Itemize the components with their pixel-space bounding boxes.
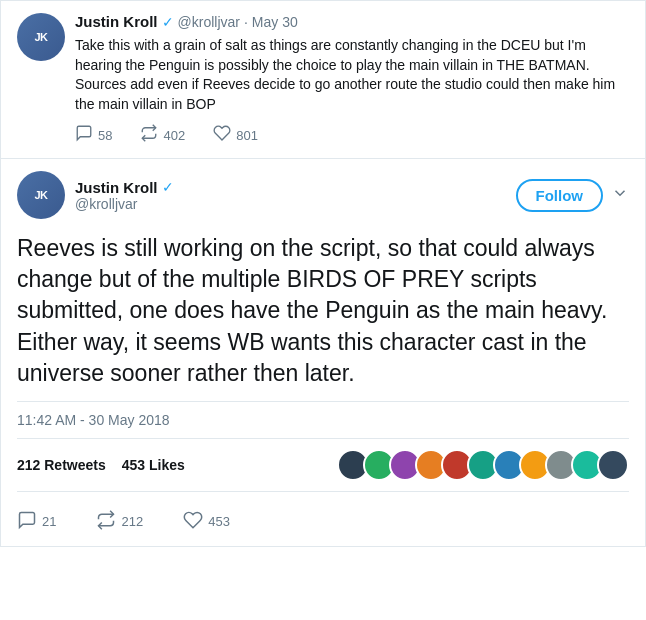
retweet-icon-2	[96, 510, 116, 534]
author-name-2: Justin Kroll	[75, 179, 158, 196]
verified-icon: ✓	[162, 14, 174, 30]
retweets-number: 212	[17, 457, 40, 473]
twitter-thread: JK Justin Kroll ✓ @krolljvar · May 30 Ta…	[0, 0, 646, 547]
retweets-label: Retweets	[44, 457, 105, 473]
reply-icon	[75, 124, 93, 146]
liker-avatar-11	[597, 449, 629, 481]
reply-action-2[interactable]: 21	[17, 510, 56, 534]
verified-icon-2: ✓	[162, 179, 174, 195]
reply-icon-2	[17, 510, 37, 534]
expanded-tweet-body: Reeves is still working on the script, s…	[17, 233, 629, 388]
like-icon-2	[183, 510, 203, 534]
avatar: JK	[17, 13, 65, 61]
expanded-name-row: Justin Kroll ✓	[75, 179, 174, 196]
expanded-name-block: Justin Kroll ✓ @krolljvar	[75, 179, 174, 212]
retweets-likes-row: 212 Retweets 453 Likes	[17, 438, 629, 492]
expanded-tweet-actions: 21 212 453	[17, 502, 629, 546]
tweet-content: Take this with a grain of salt as things…	[75, 36, 629, 114]
expanded-timestamp: 11:42 AM - 30 May 2018	[17, 401, 629, 428]
author-name: Justin Kroll	[75, 13, 158, 30]
likers-avatar-row	[337, 449, 629, 481]
retweet-action-2[interactable]: 212	[96, 510, 143, 534]
reply-count-2: 21	[42, 514, 56, 529]
retweet-icon	[140, 124, 158, 146]
follow-btn-container: Follow	[516, 179, 630, 212]
second-tweet-expanded: JK Justin Kroll ✓ @krolljvar Follow Reev…	[1, 159, 645, 545]
tweet-name-row: Justin Kroll ✓ @krolljvar · May 30	[75, 13, 629, 30]
chevron-down-button[interactable]	[611, 184, 629, 206]
first-tweet-header: JK Justin Kroll ✓ @krolljvar · May 30 Ta…	[17, 13, 629, 146]
tweet-meta: Justin Kroll ✓ @krolljvar · May 30 Take …	[75, 13, 629, 146]
tweet-actions: 58 402 801	[75, 124, 629, 146]
retweet-action[interactable]: 402	[140, 124, 185, 146]
dot-separator: ·	[244, 14, 248, 30]
like-action-2[interactable]: 453	[183, 510, 230, 534]
reply-action[interactable]: 58	[75, 124, 112, 146]
likes-label: Likes	[149, 457, 185, 473]
expanded-header: JK Justin Kroll ✓ @krolljvar Follow	[17, 171, 629, 219]
like-icon	[213, 124, 231, 146]
first-tweet: JK Justin Kroll ✓ @krolljvar · May 30 Ta…	[1, 1, 645, 159]
like-action[interactable]: 801	[213, 124, 258, 146]
expanded-left: JK Justin Kroll ✓ @krolljvar	[17, 171, 174, 219]
retweet-count-2: 212	[121, 514, 143, 529]
likes-stat: 453 Likes	[122, 457, 185, 473]
follow-button[interactable]: Follow	[516, 179, 604, 212]
like-count-2: 453	[208, 514, 230, 529]
like-count: 801	[236, 128, 258, 143]
tweet-date: May 30	[252, 14, 298, 30]
reply-count: 58	[98, 128, 112, 143]
author-handle[interactable]: @krolljvar	[178, 14, 240, 30]
retweet-count: 402	[163, 128, 185, 143]
retweets-stat: 212 Retweets	[17, 457, 106, 473]
author-handle-2[interactable]: @krolljvar	[75, 196, 174, 212]
likes-number: 453	[122, 457, 145, 473]
avatar-2: JK	[17, 171, 65, 219]
